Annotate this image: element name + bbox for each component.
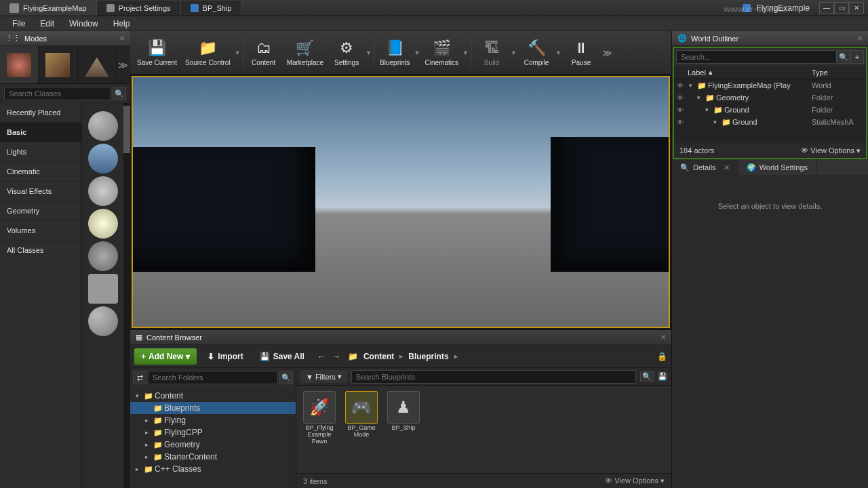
viewport[interactable] bbox=[132, 76, 670, 328]
asset-bp-ship[interactable]: ♟BP_Ship bbox=[386, 391, 421, 432]
actor-sphere[interactable] bbox=[88, 306, 118, 336]
add-new-button[interactable]: + Add New ▾ bbox=[134, 348, 197, 365]
search-folders-input[interactable] bbox=[148, 371, 278, 384]
actor-pawn[interactable] bbox=[88, 176, 118, 206]
search-folders-button[interactable]: 🔍 bbox=[279, 371, 293, 384]
title-tab-settings[interactable]: Project Settings bbox=[97, 1, 181, 16]
cat-volumes[interactable]: Volumes bbox=[0, 221, 81, 241]
tree-item-geometry[interactable]: ▸📁Geometry bbox=[130, 439, 296, 451]
cat-cinematic[interactable]: Cinematic bbox=[0, 162, 81, 182]
save-all-button[interactable]: 💾 Save All bbox=[254, 349, 310, 364]
tree-item-flyingcpp[interactable]: ▸📁FlyingCPP bbox=[130, 426, 296, 439]
actor-cube[interactable] bbox=[88, 274, 118, 304]
toolbar-more[interactable]: ≫ bbox=[600, 47, 614, 58]
actor-point-light[interactable] bbox=[88, 209, 118, 239]
search-classes-input[interactable] bbox=[4, 87, 111, 100]
actor-character[interactable] bbox=[88, 144, 118, 174]
cinematics-icon: 🎬 bbox=[431, 39, 452, 58]
view-options-button[interactable]: 👁 View Options ▾ bbox=[605, 476, 665, 485]
visibility-icon[interactable]: 👁 bbox=[677, 94, 686, 102]
palette-scrollbar[interactable] bbox=[123, 103, 130, 488]
search-classes-button[interactable]: 🔍 bbox=[113, 87, 126, 100]
search-assets-input[interactable] bbox=[351, 370, 636, 384]
import-button[interactable]: ⬇ Import bbox=[202, 349, 248, 364]
outliner-row[interactable]: 👁▾📁FlyingExampleMap (PlayWorld bbox=[674, 79, 866, 92]
outliner-search-input[interactable] bbox=[676, 50, 837, 64]
actor-empty[interactable] bbox=[88, 111, 118, 141]
outliner-view-options[interactable]: 👁 View Options ▾ bbox=[801, 146, 861, 155]
modes-more[interactable]: ≫ bbox=[117, 46, 130, 83]
tab-world-settings[interactable]: 🌍 World Settings bbox=[738, 160, 816, 175]
visibility-icon[interactable]: 👁 bbox=[677, 119, 686, 126]
modes-close[interactable]: ✕ bbox=[119, 35, 125, 42]
col-type[interactable]: Type bbox=[812, 68, 866, 77]
toolbar-cinematics[interactable]: 🎬Cinematics bbox=[421, 36, 462, 69]
toolbar-settings[interactable]: ⚙Settings bbox=[328, 36, 366, 69]
title-tab-bp[interactable]: BP_Ship bbox=[181, 1, 242, 16]
content-browser-header: ▦ Content Browser ✕ bbox=[130, 330, 671, 345]
outliner-close[interactable]: ✕ bbox=[857, 35, 863, 42]
lock-icon[interactable]: 🔒 bbox=[657, 352, 667, 361]
dropdown-arrow[interactable]: ▼ bbox=[555, 49, 562, 56]
cat-recently-placed[interactable]: Recently Placed bbox=[0, 103, 81, 123]
breadcrumb-blueprints[interactable]: Blueprints bbox=[408, 352, 448, 361]
outliner-row[interactable]: 👁▾📁GroundFolder bbox=[674, 104, 866, 116]
breadcrumb-content[interactable]: Content bbox=[363, 352, 394, 361]
dropdown-arrow[interactable]: ▼ bbox=[462, 49, 469, 56]
col-label[interactable]: Label ▴ bbox=[674, 68, 812, 77]
asset-bp-flying-example-pawn[interactable]: 🚀BP_FlyingExamplePawn bbox=[302, 391, 337, 445]
menu-file[interactable]: File bbox=[5, 17, 32, 30]
cat-geometry[interactable]: Geometry bbox=[0, 201, 81, 221]
tree-toggle-icon: ▾ bbox=[713, 119, 720, 125]
asset-bp-game-mode[interactable]: 🎮BP_GameMode bbox=[344, 391, 379, 439]
menu-help[interactable]: Help bbox=[106, 17, 137, 30]
visibility-icon[interactable]: 👁 bbox=[677, 82, 686, 89]
mode-place[interactable] bbox=[0, 46, 39, 83]
filters-button[interactable]: ▼ Filters ▾ bbox=[300, 370, 347, 383]
toolbar-blueprints[interactable]: 📘Blueprints bbox=[376, 36, 414, 69]
outliner-add-button[interactable]: + bbox=[850, 50, 864, 64]
toolbar-content[interactable]: 🗂Content bbox=[245, 36, 283, 69]
tree-item-flying[interactable]: ▸📁Flying bbox=[130, 414, 296, 426]
toolbar-source-control[interactable]: 📁Source Control bbox=[181, 36, 235, 69]
search-assets-button[interactable]: 🔍 bbox=[640, 371, 654, 382]
dropdown-arrow[interactable]: ▼ bbox=[366, 49, 372, 56]
tab-details[interactable]: 🔍 Details ✕ bbox=[672, 160, 738, 175]
outliner-row[interactable]: 👁▾📁GeometryFolder bbox=[674, 92, 866, 104]
mode-landscape[interactable] bbox=[78, 46, 117, 83]
tab-close[interactable]: ✕ bbox=[724, 163, 730, 172]
close-button[interactable]: ✕ bbox=[849, 2, 864, 14]
tree-item-content[interactable]: ▾📁Content bbox=[130, 390, 296, 402]
tree-item-blueprints[interactable]: 📁Blueprints bbox=[130, 402, 296, 414]
toolbar-pause[interactable]: ⏸Pause bbox=[562, 36, 600, 69]
menu-edit[interactable]: Edit bbox=[33, 17, 61, 30]
outliner-search-button[interactable]: 🔍 bbox=[837, 50, 850, 64]
cat-lights[interactable]: Lights bbox=[0, 142, 81, 162]
nav-fwd[interactable]: → bbox=[330, 352, 342, 361]
content-browser-close[interactable]: ✕ bbox=[660, 333, 666, 341]
dropdown-arrow[interactable]: ▼ bbox=[235, 49, 241, 56]
tree-item-c-classes[interactable]: ▸📁C++ Classes bbox=[130, 463, 296, 475]
toolbar-build[interactable]: 🏗Build bbox=[473, 36, 511, 69]
toolbar-save-current[interactable]: 💾Save Current bbox=[133, 36, 181, 69]
dropdown-arrow[interactable]: ▼ bbox=[511, 49, 517, 56]
outliner-row[interactable]: 👁▾📁GroundStaticMeshA bbox=[674, 116, 866, 128]
cat-visual-effects[interactable]: Visual Effects bbox=[0, 182, 81, 201]
toolbar-compile[interactable]: 🔨Compile bbox=[517, 36, 555, 69]
toolbar-marketplace[interactable]: 🛒Marketplace bbox=[283, 36, 328, 69]
tree-item-startercontent[interactable]: ▸📁StarterContent bbox=[130, 451, 296, 463]
visibility-icon[interactable]: 👁 bbox=[677, 106, 686, 114]
title-tab-map[interactable]: FlyingExampleMap bbox=[0, 1, 97, 16]
mode-paint[interactable] bbox=[39, 46, 77, 83]
breadcrumb: 📁 Content ▸ Blueprints ▸ bbox=[348, 352, 458, 361]
menu-window[interactable]: Window bbox=[62, 17, 105, 30]
dropdown-arrow[interactable]: ▼ bbox=[414, 49, 421, 56]
tree-toggle-button[interactable]: ⇄ bbox=[133, 371, 146, 384]
save-icon[interactable]: 💾 bbox=[658, 372, 667, 381]
actor-player-start[interactable] bbox=[88, 241, 118, 271]
cat-basic[interactable]: Basic bbox=[0, 123, 81, 142]
maximize-button[interactable]: ▭ bbox=[834, 2, 849, 14]
cat-all-classes[interactable]: All Classes bbox=[0, 241, 81, 260]
minimize-button[interactable]: — bbox=[819, 2, 834, 14]
nav-back[interactable]: ← bbox=[315, 352, 328, 361]
